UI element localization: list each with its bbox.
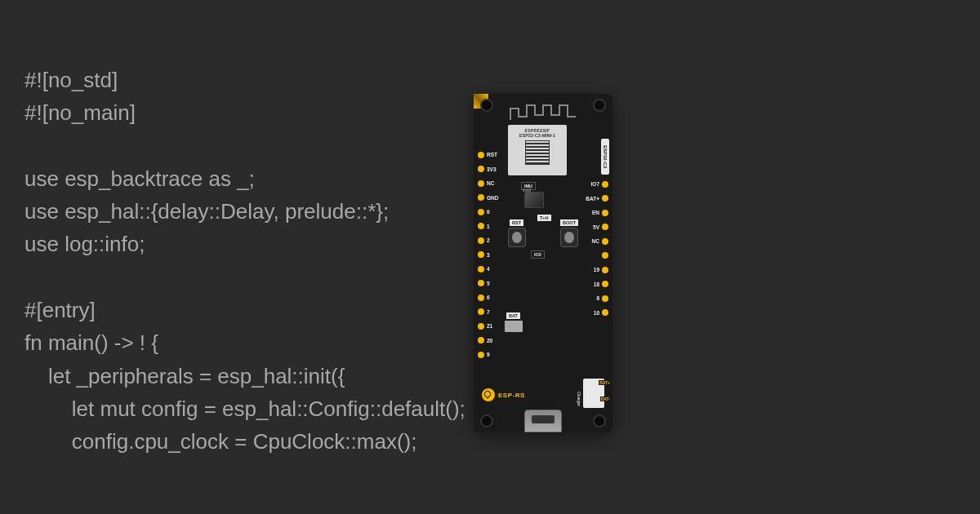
imu-chip-icon xyxy=(524,192,544,208)
pin-label: 1 xyxy=(487,224,490,229)
pin-dot-icon xyxy=(602,224,608,230)
pin[interactable] xyxy=(599,250,608,261)
pin-dot-icon xyxy=(478,251,484,258)
pin[interactable]: 0 xyxy=(478,206,490,217)
boot-button[interactable] xyxy=(560,228,578,247)
pin[interactable]: 1 xyxy=(478,221,490,232)
pin[interactable]: GND xyxy=(478,193,498,203)
mounting-hole-icon xyxy=(593,99,606,112)
pin-label: 3 xyxy=(487,252,490,258)
pin-label: 21 xyxy=(487,323,492,329)
pin[interactable]: 9 xyxy=(478,349,490,360)
pin-label: 8 xyxy=(596,295,599,301)
pin[interactable]: 5 xyxy=(478,278,490,289)
pin-dot-icon xyxy=(478,323,484,330)
reset-button[interactable] xyxy=(508,228,526,247)
pin-label: NC xyxy=(592,238,599,244)
pin-label: 4 xyxy=(487,266,490,272)
pin[interactable]: NC xyxy=(592,236,608,246)
pin-dot-icon xyxy=(602,267,608,273)
pin[interactable]: IO7 xyxy=(591,179,608,189)
qr-code-icon xyxy=(525,140,550,165)
pin-label: 20 xyxy=(487,338,492,343)
pin-label: 10 xyxy=(594,310,599,316)
pin[interactable]: 18 xyxy=(594,279,608,290)
battery-chip-icon xyxy=(505,321,523,332)
code-line: use log::info; xyxy=(24,232,145,256)
pin[interactable]: 10 xyxy=(594,308,608,318)
code-line: #![no_std] xyxy=(24,68,118,92)
code-editor[interactable]: #![no_std] #![no_main] use esp_backtrace… xyxy=(24,64,466,459)
pin-label: GND xyxy=(487,195,498,201)
pin-dot-icon xyxy=(478,180,484,187)
pin-label: 6 xyxy=(487,295,490,300)
pin[interactable]: 3V3 xyxy=(478,164,497,175)
pin-dot-icon xyxy=(478,152,484,158)
imu-addr-label: 0x68 xyxy=(523,188,531,193)
pin[interactable]: 5V xyxy=(593,222,608,233)
mounting-hole-icon xyxy=(480,414,493,428)
pin-dot-icon xyxy=(478,237,484,244)
board-side-label: ESP32-C3 xyxy=(601,139,609,175)
pin-dot-icon xyxy=(478,166,484,172)
pin-dot-icon xyxy=(602,309,608,316)
pin[interactable]: EN xyxy=(592,207,608,218)
pin-dot-icon xyxy=(602,195,608,202)
pin-header-left: RST 3V3 NC GND 0 1 2 3 4 5 6 7 21 20 9 xyxy=(478,149,498,360)
mounting-hole-icon xyxy=(593,414,606,428)
pin-label: 2 xyxy=(487,237,490,243)
pin[interactable]: 4 xyxy=(478,264,490,274)
code-line: let mut config = esp_hal::Config::defaul… xyxy=(24,397,466,421)
pin-dot-icon xyxy=(478,209,484,215)
code-line: fn main() -> ! { xyxy=(24,330,158,355)
pin-label: EN xyxy=(592,210,599,215)
pin[interactable]: 3 xyxy=(478,250,490,260)
pin[interactable]: 8 xyxy=(596,293,608,304)
io2-label: IO2 xyxy=(531,250,545,259)
esp-logo-icon xyxy=(482,388,495,401)
pin-dot-icon xyxy=(602,238,608,245)
pin[interactable]: NC xyxy=(478,178,494,188)
code-line: use esp_hal::{delay::Delay, prelude::*}; xyxy=(24,199,389,224)
pin-label: 9 xyxy=(487,352,490,357)
pin[interactable]: RST xyxy=(478,149,497,160)
code-line: let _peripherals = esp_hal::init({ xyxy=(24,364,345,388)
pin[interactable]: 7 xyxy=(478,307,490,317)
pin-dot-icon xyxy=(602,281,608,287)
rst-button-label: RST xyxy=(510,219,523,226)
pin[interactable]: 6 xyxy=(478,292,490,303)
charger-label: Charger xyxy=(577,392,581,406)
pin-dot-icon xyxy=(602,295,608,302)
esp32-board[interactable]: ESPRESSIF ESP32-C3-MINI-1 ESP32-C3 RST 3… xyxy=(474,94,612,432)
boot-button-label: BOOT xyxy=(560,219,578,226)
pin[interactable]: BAT+ xyxy=(586,193,608,204)
pin-dot-icon xyxy=(478,352,484,358)
pin-dot-icon xyxy=(602,210,608,216)
pin-label: 19 xyxy=(594,267,599,273)
code-line: #[entry] xyxy=(24,298,96,322)
esp-logo: ESP-RS xyxy=(482,388,525,401)
esp-module: ESPRESSIF ESP32-C3-MINI-1 xyxy=(508,125,567,175)
pin-dot-icon xyxy=(478,266,484,273)
pin[interactable]: 21 xyxy=(478,321,492,331)
pin[interactable]: 20 xyxy=(478,335,492,346)
mounting-hole-icon xyxy=(480,99,493,112)
pin-dot-icon xyxy=(478,194,484,201)
bat-label: BAT xyxy=(506,312,520,319)
pin-dot-icon xyxy=(478,295,484,301)
pin[interactable]: 2 xyxy=(478,235,490,246)
pin-dot-icon xyxy=(602,252,608,259)
pin-label: 5V xyxy=(593,224,599,230)
pin-label: 18 xyxy=(594,281,599,287)
th-label: T+H xyxy=(537,215,551,221)
code-line: config.cpu_clock = CpuClock::max(); xyxy=(24,429,416,454)
bat-plus-label: BAT+ xyxy=(599,380,611,385)
pin-label: 0 xyxy=(487,209,490,215)
pin[interactable]: 19 xyxy=(594,264,608,275)
pin-dot-icon xyxy=(602,181,608,188)
pin-label: 7 xyxy=(487,309,490,315)
pin-header-right: IO7 BAT+ EN 5V NC 19 18 8 10 xyxy=(586,179,608,318)
esp-logo-text: ESP-RS xyxy=(498,392,525,399)
pin-dot-icon xyxy=(478,223,484,229)
bat-minus-label: BAT- xyxy=(600,397,611,401)
